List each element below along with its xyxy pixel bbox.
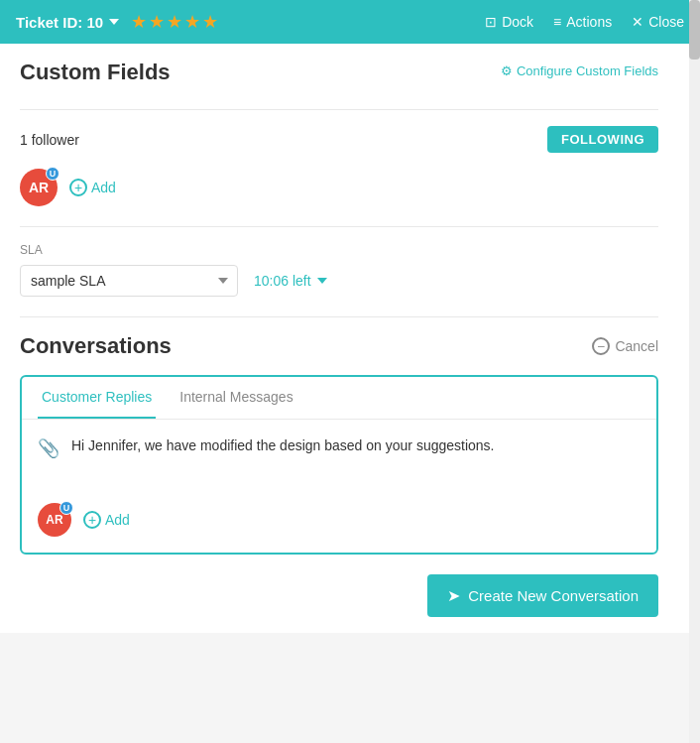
- scrollbar-track[interactable]: [689, 0, 700, 743]
- cancel-icon: –: [592, 337, 610, 355]
- header-right: ⊡ Dock ≡ Actions ✕ Close: [485, 14, 684, 30]
- avatar[interactable]: AR U: [20, 169, 58, 206]
- add-conv-icon: +: [83, 511, 101, 529]
- tab-customer-replies[interactable]: Customer Replies: [38, 377, 156, 419]
- create-new-conversation-button[interactable]: ➤ Create New Conversation: [427, 574, 658, 617]
- gear-icon: ⚙: [501, 63, 513, 78]
- followers-count: 1 follower: [20, 132, 79, 148]
- star-4[interactable]: ★: [184, 11, 200, 33]
- close-icon: ✕: [632, 14, 643, 30]
- sla-select-wrapper: sample SLA: [20, 265, 238, 297]
- configure-custom-fields-link[interactable]: ⚙ Configure Custom Fields: [501, 63, 658, 78]
- cancel-button[interactable]: – Cancel: [592, 337, 658, 355]
- message-row: 📎 Hi Jennifer, we have modified the desi…: [38, 435, 641, 459]
- star-2[interactable]: ★: [149, 11, 165, 33]
- sla-section: SLA sample SLA 10:06 left: [20, 243, 658, 297]
- actions-button[interactable]: ≡ Actions: [553, 14, 612, 30]
- conversations-header: Conversations – Cancel: [20, 333, 658, 359]
- conv-avatar[interactable]: AR U: [38, 503, 71, 537]
- sla-time-label: 10:06 left: [254, 273, 311, 289]
- divider-1: [20, 109, 658, 110]
- ticket-id-label: Ticket ID: 10: [16, 14, 103, 31]
- divider-3: [20, 316, 658, 317]
- close-button[interactable]: ✕ Close: [632, 14, 684, 30]
- avatar-initials: AR: [29, 180, 49, 195]
- conv-avatar-badge: U: [59, 501, 73, 515]
- page-title: Custom Fields: [20, 60, 171, 85]
- followers-section: 1 follower FOLLOWING: [20, 126, 658, 153]
- conversation-box: Customer Replies Internal Messages 📎 Hi …: [20, 375, 658, 555]
- ticket-id[interactable]: Ticket ID: 10: [16, 14, 119, 31]
- menu-icon: ≡: [553, 14, 561, 30]
- chevron-down-icon: [109, 19, 119, 25]
- dock-button[interactable]: ⊡ Dock: [485, 14, 533, 30]
- tab-internal-messages[interactable]: Internal Messages: [175, 377, 296, 419]
- message-text: Hi Jennifer, we have modified the design…: [71, 435, 495, 456]
- sla-row: sample SLA 10:06 left: [20, 265, 658, 297]
- avatar-badge: U: [46, 167, 59, 181]
- create-conv-row: ➤ Create New Conversation: [20, 574, 658, 617]
- conversations-section: Conversations – Cancel Customer Replies …: [20, 333, 658, 617]
- sla-chevron-icon: [317, 278, 327, 284]
- stars-container: ★ ★ ★ ★ ★: [131, 11, 218, 33]
- sla-select[interactable]: sample SLA: [20, 265, 238, 297]
- divider-2: [20, 226, 658, 227]
- send-icon: ➤: [447, 586, 460, 605]
- header-bar: Ticket ID: 10 ★ ★ ★ ★ ★ ⊡ Dock ≡ Actions…: [0, 0, 700, 44]
- main-content: Custom Fields ⚙ Configure Custom Fields …: [0, 44, 678, 633]
- star-1[interactable]: ★: [131, 11, 147, 33]
- conversation-footer: AR U + Add: [22, 495, 656, 553]
- avatars-row: AR U + Add: [20, 169, 658, 206]
- scrollbar-thumb[interactable]: [689, 0, 700, 60]
- sla-time[interactable]: 10:06 left: [254, 273, 327, 289]
- conversation-tabs: Customer Replies Internal Messages: [22, 377, 656, 420]
- add-follower-button[interactable]: + Add: [69, 179, 116, 196]
- conversations-title: Conversations: [20, 333, 172, 359]
- header-left: Ticket ID: 10 ★ ★ ★ ★ ★: [16, 11, 218, 33]
- star-5[interactable]: ★: [202, 11, 218, 33]
- add-circle-icon: +: [69, 179, 87, 196]
- dock-icon: ⊡: [485, 14, 497, 30]
- conversation-body: 📎 Hi Jennifer, we have modified the desi…: [22, 420, 656, 495]
- conv-avatar-initials: AR: [46, 513, 62, 527]
- add-conversation-button[interactable]: + Add: [83, 511, 130, 529]
- sla-label: SLA: [20, 243, 658, 257]
- star-3[interactable]: ★: [167, 11, 182, 33]
- paperclip-icon: 📎: [38, 437, 59, 459]
- following-button[interactable]: FOLLOWING: [547, 126, 658, 153]
